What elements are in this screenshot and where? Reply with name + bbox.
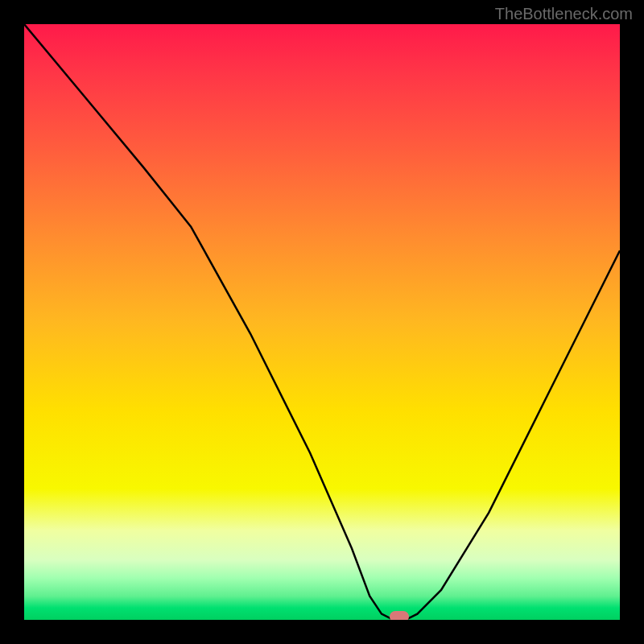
chart-container: TheBottleneck.com <box>0 0 644 644</box>
optimal-marker <box>390 611 409 620</box>
curve-svg <box>24 24 620 620</box>
watermark-text: TheBottleneck.com <box>495 5 633 23</box>
plot-area <box>24 24 620 620</box>
bottleneck-curve <box>24 24 620 620</box>
